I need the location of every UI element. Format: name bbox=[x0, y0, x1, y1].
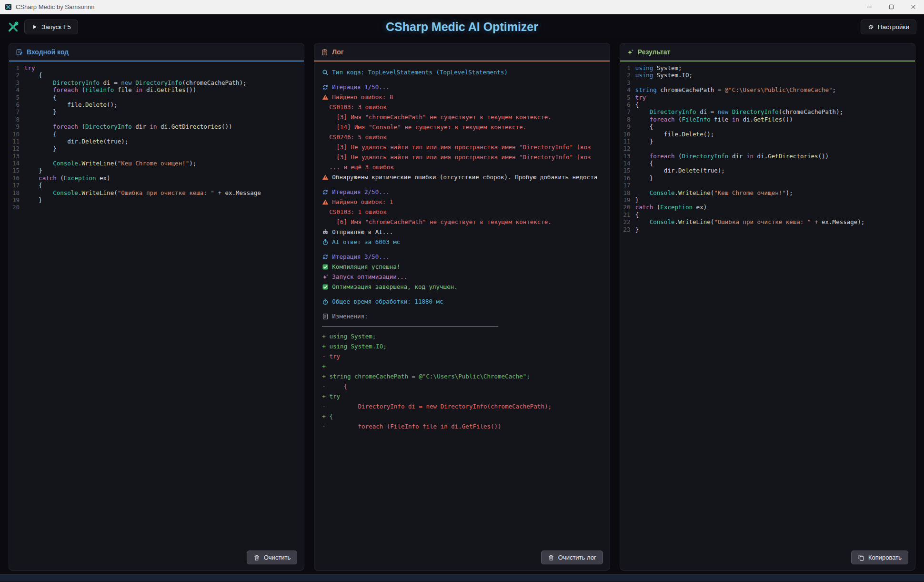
minimize-button[interactable] bbox=[858, 0, 880, 14]
line-number: 3 bbox=[623, 79, 635, 86]
code-text: { bbox=[24, 94, 57, 101]
titlebar: CSharp Medic by Samsonnn bbox=[0, 0, 924, 14]
line-number: 12 bbox=[12, 145, 24, 152]
log-text: [14] Имя "Console" не существует в текущ… bbox=[336, 122, 526, 132]
log-viewport[interactable]: Тип кода: TopLevelStatements (TopLevelSt… bbox=[314, 61, 609, 437]
log-text: + using System.IO; bbox=[322, 341, 386, 351]
repeat-icon bbox=[322, 254, 329, 260]
code-line: 10 { bbox=[12, 131, 301, 138]
app-title: CSharp Medic AI Optimizer bbox=[386, 20, 538, 34]
log-line: [3] Имя "chromeCachePath" не существует … bbox=[322, 112, 602, 122]
status-bar bbox=[0, 574, 924, 582]
log-line: [3] Не удалось найти тип или имя простра… bbox=[322, 152, 602, 162]
code-line: 15 dir.Delete(true); bbox=[623, 167, 912, 174]
result-code-view[interactable]: 1using System;2using System.IO;34string … bbox=[620, 61, 915, 236]
code-text: string chromeCachePath = @"C:\Users\Publ… bbox=[635, 86, 836, 93]
log-line: - try bbox=[322, 351, 602, 361]
input-panel-header: Входной код bbox=[9, 43, 304, 61]
line-number: 8 bbox=[12, 116, 24, 123]
repeat-icon bbox=[322, 189, 329, 195]
code-text: Console.WriteLine("Кеш Chrome очищен!"); bbox=[635, 189, 793, 196]
line-number: 10 bbox=[623, 131, 635, 138]
log-line: Найдено ошибок: 8 bbox=[322, 92, 602, 102]
log-text: Итерация 1/50... bbox=[332, 82, 389, 92]
result-panel-title: Результат bbox=[638, 48, 671, 56]
code-text: } bbox=[635, 138, 653, 145]
line-number: 23 bbox=[623, 226, 635, 233]
log-text: [3] Не удалось найти тип или имя простра… bbox=[336, 152, 591, 162]
input-code-editor[interactable]: 1try2 {3 DirectoryInfo di = new Director… bbox=[9, 61, 304, 214]
log-line: - foreach (FileInfo file in di.GetFiles(… bbox=[322, 421, 602, 431]
code-text: dir.Delete(true); bbox=[24, 138, 128, 145]
code-line: 16 } bbox=[623, 174, 912, 182]
log-text: CS0103: 1 ошибок bbox=[329, 207, 386, 217]
log-text: Обнаружены критические ошибки (отсутстви… bbox=[332, 172, 597, 182]
code-text: try bbox=[635, 94, 646, 101]
log-text: - try bbox=[322, 351, 340, 361]
panels-container: Входной код 1try2 {3 DirectoryInfo di = … bbox=[0, 39, 924, 571]
code-line: 11 dir.Delete(true); bbox=[12, 138, 301, 145]
code-text: { bbox=[24, 131, 57, 138]
settings-button[interactable]: Настройки bbox=[861, 20, 916, 34]
code-text: file.Delete(); bbox=[24, 101, 118, 108]
log-line: CS0103: 1 ошибок bbox=[322, 207, 602, 217]
code-text: catch (Exception ex) bbox=[24, 174, 110, 182]
log-text: [6] Имя "chromeCachePath" не существует … bbox=[336, 217, 552, 227]
settings-button-label: Настройки bbox=[878, 23, 909, 31]
clear-log-button[interactable]: Очистить лог bbox=[541, 551, 603, 564]
log-line: + try bbox=[322, 391, 602, 401]
clear-input-button[interactable]: Очистить bbox=[247, 551, 298, 564]
log-line: + using System.IO; bbox=[322, 341, 602, 351]
code-line: 4string chromeCachePath = @"C:\Users\Pub… bbox=[623, 86, 912, 93]
log-line: Итерация 3/50... bbox=[322, 252, 602, 262]
code-text: { bbox=[24, 182, 42, 189]
line-number: 6 bbox=[623, 101, 635, 108]
line-number: 10 bbox=[12, 131, 24, 138]
log-line: + string chromeCachePath = @"C:\Users\Pu… bbox=[322, 371, 602, 381]
code-text: foreach (FileInfo file in di.GetFiles()) bbox=[24, 86, 196, 93]
line-number: 17 bbox=[12, 182, 24, 189]
code-text: { bbox=[24, 71, 42, 79]
code-line: 6{ bbox=[623, 101, 912, 108]
line-number: 6 bbox=[12, 101, 24, 108]
copy-result-button[interactable]: Копировать bbox=[851, 551, 908, 564]
log-text: [3] Не удалось найти тип или имя простра… bbox=[336, 142, 591, 152]
code-line: 20 bbox=[12, 204, 301, 211]
code-line: 12 } bbox=[12, 145, 301, 152]
code-text: dir.Delete(true); bbox=[635, 167, 725, 174]
play-icon bbox=[31, 24, 38, 30]
log-text: + using System; bbox=[322, 331, 376, 341]
code-line: 5try bbox=[623, 94, 912, 101]
toolbar-left: Запуск F5 bbox=[8, 20, 386, 34]
log-text: Общее время обработки: 11880 мс bbox=[332, 296, 443, 306]
timer-icon bbox=[322, 239, 329, 245]
log-line: + using System; bbox=[322, 331, 602, 341]
code-text: DirectoryInfo di = new DirectoryInfo(chr… bbox=[24, 79, 247, 86]
code-line: 13 foreach (DirectoryInfo dir in di.GetD… bbox=[623, 153, 912, 160]
trash-icon bbox=[253, 554, 260, 561]
window-title: CSharp Medic by Samsonnn bbox=[16, 3, 94, 10]
code-line: 15 } bbox=[12, 167, 301, 174]
code-line: 8 foreach (FileInfo file in di.GetFiles(… bbox=[623, 116, 912, 123]
maximize-button[interactable] bbox=[880, 0, 902, 14]
line-number: 2 bbox=[623, 71, 635, 79]
tools-logo-icon bbox=[8, 21, 19, 32]
code-line: 2 { bbox=[12, 71, 301, 79]
line-number: 16 bbox=[12, 174, 24, 182]
app-icon bbox=[5, 3, 12, 10]
log-clipboard-icon bbox=[321, 49, 328, 56]
code-line: 14 Console.WriteLine("Кеш Chrome очищен!… bbox=[12, 160, 301, 167]
log-text: ... и ещё 3 ошибок bbox=[329, 162, 393, 172]
line-number: 15 bbox=[623, 167, 635, 174]
run-button[interactable]: Запуск F5 bbox=[24, 20, 78, 34]
code-line: 22 Console.WriteLine("Ошибка при очистке… bbox=[623, 218, 912, 225]
code-line: 12 bbox=[623, 145, 912, 152]
close-button[interactable] bbox=[902, 0, 924, 14]
line-number: 3 bbox=[12, 79, 24, 86]
code-line: 2using System.IO; bbox=[623, 71, 912, 79]
app-window: CSharp Medic by Samsonnn Запуск F5 CShar… bbox=[0, 0, 924, 582]
code-text: } bbox=[635, 226, 639, 233]
log-panel: Лог Тип кода: TopLevelStatements (TopLev… bbox=[314, 43, 610, 571]
code-line: 13 bbox=[12, 153, 301, 160]
log-line: [14] Имя "Console" не существует в текущ… bbox=[322, 122, 602, 132]
